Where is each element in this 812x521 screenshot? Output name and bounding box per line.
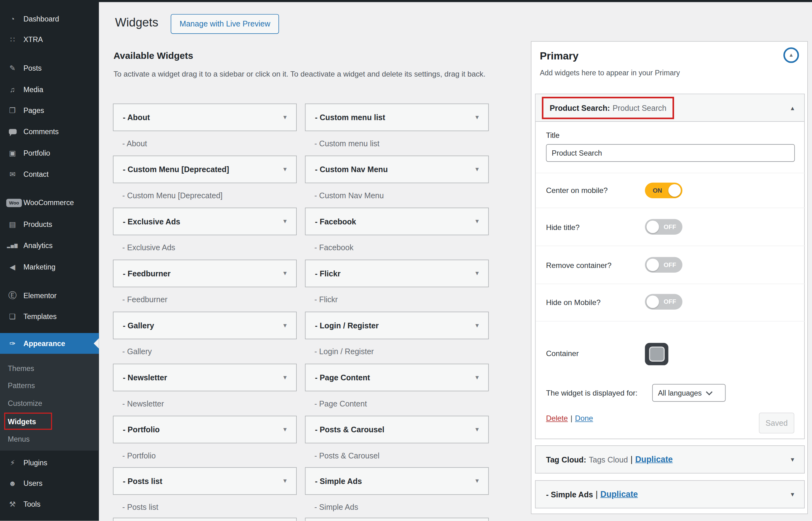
- duplicate-link[interactable]: Duplicate: [600, 490, 638, 499]
- widget-card-page-content[interactable]: - Page Content▼: [305, 364, 489, 391]
- widget-card-exclusive-ads[interactable]: - Exclusive Ads▼: [113, 208, 297, 235]
- sidebar-item-analytics[interactable]: ▂▅▇Analytics: [0, 235, 99, 256]
- chevron-down-icon[interactable]: ▼: [790, 491, 795, 497]
- widget-footer-links: Delete|Done: [546, 414, 593, 423]
- sidebar-item-menus[interactable]: Menus: [0, 430, 99, 448]
- chevron-down-icon[interactable]: ▼: [474, 426, 480, 432]
- widget-card-custom-menu-list[interactable]: - Custom menu list▼: [305, 104, 489, 131]
- media-icon: ♫: [6, 85, 19, 94]
- chevron-down-icon[interactable]: ▼: [474, 374, 480, 380]
- chevron-down-icon[interactable]: ▼: [282, 322, 288, 328]
- collapse-sidebar-button[interactable]: ▲: [783, 47, 799, 63]
- widget-card-simple-ads[interactable]: - Simple Ads▼: [305, 467, 489, 495]
- chevron-down-icon[interactable]: ▼: [474, 477, 480, 484]
- sidebar-item-portfolio[interactable]: ▣Portfolio: [0, 142, 99, 163]
- widget-card-subtitle: - Gallery: [122, 346, 299, 357]
- widget-card-subtitle: - Posts & Carousel: [314, 451, 491, 461]
- chevron-down-icon[interactable]: ▼: [282, 270, 288, 276]
- chevron-down-icon[interactable]: ▼: [474, 322, 480, 328]
- sidebar-item-pages[interactable]: ❐Pages: [0, 100, 99, 121]
- sidebar-item-tools[interactable]: ⚒Tools: [0, 494, 99, 515]
- chevron-down-icon[interactable]: ▼: [282, 165, 288, 172]
- hide-on-mobile-toggle[interactable]: OFF: [645, 294, 682, 310]
- divider: [536, 208, 805, 208]
- chevron-down-icon[interactable]: ▼: [282, 477, 288, 484]
- xtra-icon: ∷: [6, 36, 19, 44]
- widget-card-about[interactable]: - About▼: [113, 104, 297, 131]
- widget-card-subtitle: - Exclusive Ads: [122, 243, 299, 253]
- widget-card-login-register[interactable]: - Login / Register▼: [305, 312, 489, 339]
- sidebar-item-posts[interactable]: ✎Posts: [0, 58, 99, 79]
- sidebar-item-templates[interactable]: ❏Templates: [0, 306, 99, 327]
- done-link[interactable]: Done: [575, 414, 593, 423]
- duplicate-link[interactable]: Duplicate: [635, 455, 673, 464]
- widget-card-portfolio[interactable]: - Portfolio▼: [113, 416, 297, 444]
- language-label: The widget is displayed for:: [546, 389, 638, 397]
- widget-title-input[interactable]: [546, 144, 795, 162]
- sidebar-item-xtra[interactable]: ∷XTRA: [0, 29, 99, 50]
- hide-title-toggle[interactable]: OFF: [645, 219, 682, 235]
- sidebar-item-users[interactable]: ☻Users: [0, 473, 99, 494]
- widget-card-subtitle: - Custom menu list: [314, 138, 491, 149]
- chevron-up-icon[interactable]: ▲: [790, 105, 795, 111]
- widget-card-partial[interactable]: [305, 518, 489, 521]
- simple-ads-widget-header[interactable]: - Simple Ads | Duplicate ▼: [535, 480, 805, 508]
- elementor-icon: Ⓔ: [6, 290, 19, 301]
- product-search-widget-header[interactable]: Product Search: Product Search ▲: [536, 94, 804, 122]
- sidebar-item-appearance[interactable]: ✑ Appearance: [0, 333, 99, 354]
- chevron-down-icon[interactable]: ▼: [282, 374, 288, 380]
- widget-card-subtitle: - Login / Register: [314, 346, 491, 357]
- sidebar-item-products[interactable]: ▤Products: [0, 214, 99, 235]
- posts-icon: ✎: [6, 64, 19, 72]
- available-widgets-description: To activate a widget drag it to a sideba…: [113, 68, 493, 80]
- widget-card-subtitle: - About: [122, 138, 299, 149]
- hide-title-label: Hide title?: [546, 223, 580, 231]
- widget-card-partial[interactable]: [113, 518, 297, 521]
- widget-card-flickr[interactable]: - Flickr▼: [305, 259, 489, 287]
- container-style-button[interactable]: [645, 343, 668, 365]
- manage-live-preview-button[interactable]: Manage with Live Preview: [171, 14, 279, 34]
- sidebar-item-contact[interactable]: ✉Contact: [0, 164, 99, 185]
- widget-card-facebook[interactable]: - Facebook▼: [305, 208, 489, 235]
- chevron-down-icon[interactable]: ▼: [282, 426, 288, 432]
- language-select[interactable]: All languages: [652, 384, 726, 402]
- widget-card-gallery[interactable]: - Gallery▼: [113, 312, 297, 339]
- sidebar-item-plugins[interactable]: ⚡Plugins: [0, 452, 99, 473]
- chevron-down-icon[interactable]: ▼: [282, 218, 288, 224]
- chevron-down-icon[interactable]: ▼: [474, 114, 480, 120]
- widget-card-subtitle: - Facebook: [314, 243, 491, 253]
- widget-card-posts-list[interactable]: - Posts list▼: [113, 467, 297, 495]
- divider: [536, 246, 805, 246]
- widget-card-custom-menu-deprecated[interactable]: - Custom Menu [Deprecated]▼: [113, 156, 297, 183]
- sidebar-item-widgets[interactable]: Widgets: [0, 413, 99, 430]
- sidebar-item-dashboard[interactable]: ◔Dashboard: [0, 8, 99, 29]
- chevron-down-icon[interactable]: ▼: [790, 456, 795, 462]
- widget-card-feedburner[interactable]: - Feedburner▼: [113, 259, 297, 287]
- delete-link[interactable]: Delete: [546, 414, 568, 423]
- sidebar-item-patterns[interactable]: Patterns: [0, 377, 99, 394]
- widget-card-custom-nav-menu[interactable]: - Custom Nav Menu▼: [305, 156, 489, 183]
- widget-card-posts-carousel[interactable]: - Posts & Carousel▼: [305, 416, 489, 444]
- widget-card-newsletter[interactable]: - Newsletter▼: [113, 364, 297, 391]
- products-icon: ▤: [6, 220, 19, 228]
- tag-cloud-widget-header[interactable]: Tag Cloud: Tags Cloud | Duplicate ▼: [535, 445, 805, 473]
- pages-icon: ❐: [6, 106, 19, 115]
- marketing-icon: ◀: [6, 263, 19, 271]
- sidebar-item-customize[interactable]: Customize: [0, 394, 99, 412]
- sidebar-item-media[interactable]: ♫Media: [0, 79, 99, 100]
- remove-container-toggle[interactable]: OFF: [645, 257, 682, 273]
- analytics-icon: ▂▅▇: [6, 243, 19, 248]
- sidebar-item-comments[interactable]: Comments: [0, 121, 99, 142]
- available-widgets-heading: Available Widgets: [113, 50, 193, 61]
- chevron-down-icon[interactable]: ▼: [282, 114, 288, 120]
- container-style-preview: [649, 346, 664, 361]
- chevron-down-icon[interactable]: ▼: [474, 218, 480, 224]
- sidebar-item-elementor[interactable]: ⒺElementor: [0, 285, 99, 306]
- sidebar-item-themes[interactable]: Themes: [0, 360, 99, 377]
- sidebar-item-marketing[interactable]: ◀Marketing: [0, 256, 99, 277]
- center-on-mobile-toggle[interactable]: ON: [645, 183, 682, 198]
- widget-card-subtitle: - Page Content: [314, 399, 491, 409]
- chevron-down-icon[interactable]: ▼: [474, 270, 480, 276]
- sidebar-item-woocommerce[interactable]: WooWooCommerce: [0, 192, 99, 213]
- chevron-down-icon[interactable]: ▼: [474, 165, 480, 172]
